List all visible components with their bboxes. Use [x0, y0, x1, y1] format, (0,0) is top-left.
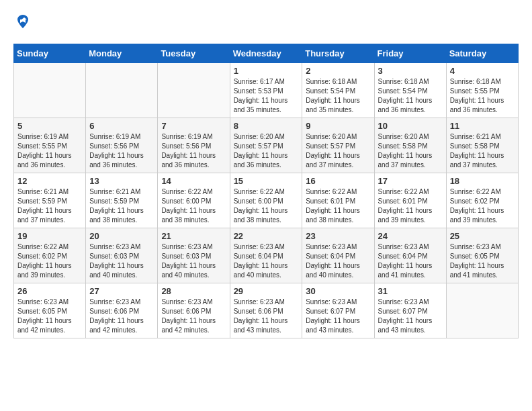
day-info: Sunrise: 6:22 AM Sunset: 6:01 PM Dayligh… [306, 187, 370, 225]
logo [13, 13, 31, 33]
calendar-cell: 30Sunrise: 6:23 AM Sunset: 6:07 PM Dayli… [302, 283, 374, 338]
calendar-cell: 28Sunrise: 6:23 AM Sunset: 6:06 PM Dayli… [158, 283, 230, 338]
calendar-cell: 12Sunrise: 6:21 AM Sunset: 5:59 PM Dayli… [14, 173, 86, 228]
day-number: 23 [306, 231, 370, 241]
day-number: 9 [306, 121, 370, 131]
day-info: Sunrise: 6:23 AM Sunset: 6:06 PM Dayligh… [161, 298, 226, 335]
calendar-cell: 20Sunrise: 6:23 AM Sunset: 6:03 PM Dayli… [86, 228, 158, 283]
weekday-header-friday: Friday [374, 44, 446, 63]
calendar-cell [14, 63, 86, 118]
calendar-week-row: 5Sunrise: 6:19 AM Sunset: 5:55 PM Daylig… [14, 118, 519, 173]
day-info: Sunrise: 6:23 AM Sunset: 6:06 PM Dayligh… [234, 298, 299, 335]
day-info: Sunrise: 6:23 AM Sunset: 6:03 PM Dayligh… [161, 242, 226, 280]
day-number: 19 [17, 231, 82, 241]
weekday-header-saturday: Saturday [446, 44, 518, 63]
day-number: 2 [306, 66, 370, 76]
day-info: Sunrise: 6:20 AM Sunset: 5:58 PM Dayligh… [378, 132, 443, 170]
calendar-cell: 1Sunrise: 6:17 AM Sunset: 5:53 PM Daylig… [230, 63, 302, 118]
calendar-cell: 14Sunrise: 6:22 AM Sunset: 6:00 PM Dayli… [158, 173, 230, 228]
day-number: 7 [161, 121, 226, 131]
day-number: 18 [450, 176, 515, 186]
day-number: 8 [234, 121, 299, 131]
calendar-cell: 11Sunrise: 6:21 AM Sunset: 5:58 PM Dayli… [446, 118, 518, 173]
day-info: Sunrise: 6:22 AM Sunset: 6:01 PM Dayligh… [378, 187, 443, 225]
day-info: Sunrise: 6:17 AM Sunset: 5:53 PM Dayligh… [234, 77, 299, 115]
day-number: 10 [378, 121, 443, 131]
calendar-cell: 24Sunrise: 6:23 AM Sunset: 6:04 PM Dayli… [374, 228, 446, 283]
day-info: Sunrise: 6:23 AM Sunset: 6:03 PM Dayligh… [89, 242, 154, 280]
day-info: Sunrise: 6:23 AM Sunset: 6:07 PM Dayligh… [306, 298, 370, 335]
day-number: 26 [17, 286, 82, 296]
calendar-week-row: 26Sunrise: 6:23 AM Sunset: 6:05 PM Dayli… [14, 283, 519, 338]
day-info: Sunrise: 6:21 AM Sunset: 5:58 PM Dayligh… [450, 132, 515, 170]
day-info: Sunrise: 6:23 AM Sunset: 6:07 PM Dayligh… [378, 298, 443, 335]
calendar-week-row: 1Sunrise: 6:17 AM Sunset: 5:53 PM Daylig… [14, 63, 519, 118]
calendar-cell: 29Sunrise: 6:23 AM Sunset: 6:06 PM Dayli… [230, 283, 302, 338]
calendar-cell: 27Sunrise: 6:23 AM Sunset: 6:06 PM Dayli… [86, 283, 158, 338]
calendar-cell: 18Sunrise: 6:22 AM Sunset: 6:02 PM Dayli… [446, 173, 518, 228]
calendar-cell: 19Sunrise: 6:22 AM Sunset: 6:02 PM Dayli… [14, 228, 86, 283]
day-number: 22 [234, 231, 299, 241]
calendar-cell: 21Sunrise: 6:23 AM Sunset: 6:03 PM Dayli… [158, 228, 230, 283]
calendar-cell: 2Sunrise: 6:18 AM Sunset: 5:54 PM Daylig… [302, 63, 374, 118]
calendar-cell [446, 283, 518, 338]
day-info: Sunrise: 6:21 AM Sunset: 5:59 PM Dayligh… [89, 187, 154, 225]
calendar-cell: 13Sunrise: 6:21 AM Sunset: 5:59 PM Dayli… [86, 173, 158, 228]
day-number: 5 [17, 121, 82, 131]
day-info: Sunrise: 6:23 AM Sunset: 6:05 PM Dayligh… [450, 242, 515, 280]
day-number: 16 [306, 176, 370, 186]
day-number: 30 [306, 286, 370, 296]
day-info: Sunrise: 6:19 AM Sunset: 5:56 PM Dayligh… [89, 132, 154, 170]
page-header [13, 13, 519, 33]
day-number: 27 [89, 286, 154, 296]
calendar-cell: 25Sunrise: 6:23 AM Sunset: 6:05 PM Dayli… [446, 228, 518, 283]
calendar-cell: 17Sunrise: 6:22 AM Sunset: 6:01 PM Dayli… [374, 173, 446, 228]
day-number: 6 [89, 121, 154, 131]
calendar-cell: 26Sunrise: 6:23 AM Sunset: 6:05 PM Dayli… [14, 283, 86, 338]
calendar-week-row: 12Sunrise: 6:21 AM Sunset: 5:59 PM Dayli… [14, 173, 519, 228]
weekday-header-monday: Monday [86, 44, 158, 63]
day-number: 28 [161, 286, 226, 296]
calendar-cell [86, 63, 158, 118]
day-number: 14 [161, 176, 226, 186]
calendar-cell: 31Sunrise: 6:23 AM Sunset: 6:07 PM Dayli… [374, 283, 446, 338]
day-info: Sunrise: 6:19 AM Sunset: 5:56 PM Dayligh… [161, 132, 226, 170]
weekday-header-wednesday: Wednesday [230, 44, 302, 63]
calendar-cell: 5Sunrise: 6:19 AM Sunset: 5:55 PM Daylig… [14, 118, 86, 173]
calendar-cell: 9Sunrise: 6:20 AM Sunset: 5:57 PM Daylig… [302, 118, 374, 173]
day-number: 20 [89, 231, 154, 241]
day-info: Sunrise: 6:23 AM Sunset: 6:04 PM Dayligh… [306, 242, 370, 280]
calendar-cell: 3Sunrise: 6:18 AM Sunset: 5:54 PM Daylig… [374, 63, 446, 118]
day-number: 4 [450, 66, 515, 76]
day-number: 13 [89, 176, 154, 186]
day-info: Sunrise: 6:19 AM Sunset: 5:55 PM Dayligh… [17, 132, 82, 170]
day-info: Sunrise: 6:20 AM Sunset: 5:57 PM Dayligh… [306, 132, 370, 170]
calendar-cell: 22Sunrise: 6:23 AM Sunset: 6:04 PM Dayli… [230, 228, 302, 283]
calendar-cell: 10Sunrise: 6:20 AM Sunset: 5:58 PM Dayli… [374, 118, 446, 173]
day-number: 24 [378, 231, 443, 241]
weekday-header-tuesday: Tuesday [158, 44, 230, 63]
calendar-cell: 6Sunrise: 6:19 AM Sunset: 5:56 PM Daylig… [86, 118, 158, 173]
weekday-header-row: SundayMondayTuesdayWednesdayThursdayFrid… [14, 44, 519, 63]
day-info: Sunrise: 6:20 AM Sunset: 5:57 PM Dayligh… [234, 132, 299, 170]
day-info: Sunrise: 6:22 AM Sunset: 6:00 PM Dayligh… [234, 187, 299, 225]
day-info: Sunrise: 6:23 AM Sunset: 6:05 PM Dayligh… [17, 298, 82, 335]
day-info: Sunrise: 6:23 AM Sunset: 6:06 PM Dayligh… [89, 298, 154, 335]
calendar-cell: 7Sunrise: 6:19 AM Sunset: 5:56 PM Daylig… [158, 118, 230, 173]
logo-icon [15, 13, 31, 30]
day-info: Sunrise: 6:23 AM Sunset: 6:04 PM Dayligh… [378, 242, 443, 280]
day-number: 17 [378, 176, 443, 186]
day-info: Sunrise: 6:18 AM Sunset: 5:55 PM Dayligh… [450, 77, 515, 115]
day-info: Sunrise: 6:21 AM Sunset: 5:59 PM Dayligh… [17, 187, 82, 225]
calendar-cell: 16Sunrise: 6:22 AM Sunset: 6:01 PM Dayli… [302, 173, 374, 228]
day-info: Sunrise: 6:22 AM Sunset: 6:02 PM Dayligh… [17, 242, 82, 280]
calendar-table: SundayMondayTuesdayWednesdayThursdayFrid… [13, 44, 519, 338]
day-number: 1 [234, 66, 299, 76]
day-number: 3 [378, 66, 443, 76]
weekday-header-thursday: Thursday [302, 44, 374, 63]
day-number: 15 [234, 176, 299, 186]
calendar-cell: 8Sunrise: 6:20 AM Sunset: 5:57 PM Daylig… [230, 118, 302, 173]
day-info: Sunrise: 6:23 AM Sunset: 6:04 PM Dayligh… [234, 242, 299, 280]
day-number: 11 [450, 121, 515, 131]
calendar-cell: 23Sunrise: 6:23 AM Sunset: 6:04 PM Dayli… [302, 228, 374, 283]
